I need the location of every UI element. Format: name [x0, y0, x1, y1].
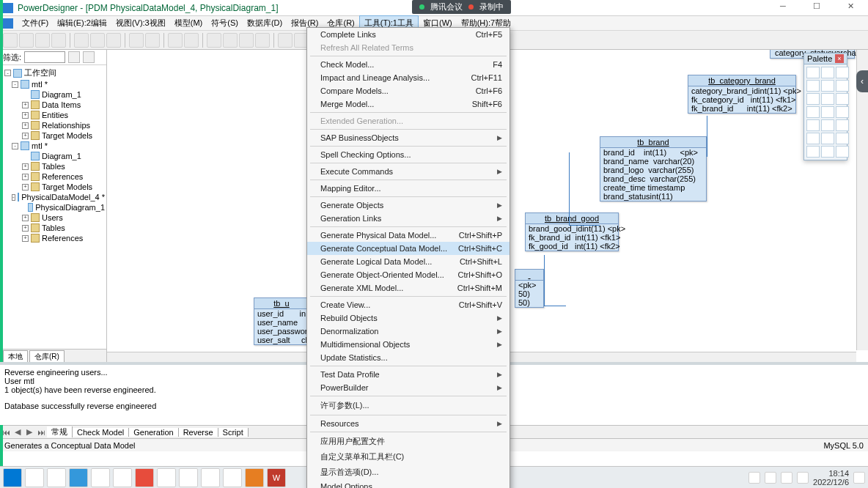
tool-find-icon[interactable]	[168, 33, 183, 48]
output-tab-check[interactable]: Check Model	[73, 428, 129, 437]
menu-item[interactable]: Generate Physical Data Model...Ctrl+Shif…	[307, 229, 510, 242]
output-tab-general[interactable]: 常规	[47, 426, 73, 437]
menu-item[interactable]: Check Model...F4	[307, 58, 510, 71]
tray-icon[interactable]	[781, 472, 792, 484]
menu-item[interactable]: Generate Logical Data Model...Ctrl+Shift…	[307, 255, 510, 268]
menu-item[interactable]: 显示首选项(D)...	[307, 465, 510, 480]
tree-node[interactable]: -mtl *	[1, 141, 105, 151]
palette-delete-icon[interactable]	[806, 93, 820, 105]
filter-options-icon[interactable]	[83, 51, 95, 63]
tree-node[interactable]: +References	[1, 233, 105, 243]
palette-line-icon[interactable]	[821, 133, 834, 144]
palette-ellipse-icon[interactable]	[821, 146, 834, 158]
expand-icon[interactable]: +	[22, 163, 29, 170]
palette-hand-icon[interactable]	[821, 67, 834, 78]
menu-item[interactable]: Execute Commands▶	[307, 165, 510, 178]
tool-save-icon[interactable]	[35, 33, 50, 48]
palette-fit-icon[interactable]	[821, 80, 834, 92]
palette-rect-icon[interactable]	[806, 146, 820, 158]
palette-close-icon[interactable]: ×	[835, 54, 844, 63]
menu-item[interactable]: Update Statistics...	[307, 351, 510, 364]
palette-zoomout-icon[interactable]	[806, 80, 820, 92]
start-button-icon[interactable]	[3, 468, 22, 487]
output-tab-reverse[interactable]: Reverse	[179, 428, 218, 437]
entity-tb-user[interactable]: tb_u user_id in user_name va user_passwo…	[254, 297, 309, 345]
tree-node[interactable]: Diagram_1	[1, 151, 105, 161]
menu-view[interactable]: 视图(V):3视图	[111, 16, 170, 30]
tool-c-icon[interactable]	[239, 33, 254, 48]
app4-icon[interactable]	[135, 468, 154, 487]
app5-icon[interactable]	[157, 468, 176, 487]
tree-node[interactable]: +Tables	[1, 161, 105, 171]
palette-edit-icon[interactable]	[836, 93, 849, 105]
tree-node[interactable]: +Data Items	[1, 100, 105, 110]
tab-local[interactable]: 本地	[3, 350, 28, 363]
menu-item[interactable]: Generate XML Model...Ctrl+Shift+M	[307, 281, 510, 295]
output-tab-script[interactable]: Script	[218, 428, 249, 437]
tool-copy-icon[interactable]	[90, 33, 105, 48]
menu-item[interactable]: Resources▶	[307, 417, 510, 430]
entity-tb-category-brand[interactable]: tb_category_brand category_brand_idint(1…	[688, 75, 796, 114]
tree-node[interactable]: +Tables	[1, 223, 105, 233]
tool-open-icon[interactable]	[19, 33, 34, 48]
tool-print-icon[interactable]	[51, 33, 66, 48]
tool-undo-icon[interactable]	[129, 33, 144, 48]
collapse-icon[interactable]: -	[12, 143, 18, 149]
palette-text-icon[interactable]	[836, 146, 849, 158]
menu-item[interactable]: Multidimensional Objects▶	[307, 338, 510, 351]
app10-icon[interactable]: W	[267, 468, 286, 487]
menu-item[interactable]: Generate Conceptual Data Model...Ctrl+Sh…	[307, 242, 510, 255]
tree-node[interactable]: +Target Models	[1, 130, 105, 141]
tree-node[interactable]: +Relationships	[1, 120, 105, 130]
expand-icon[interactable]: +	[22, 215, 29, 221]
palette-zoom-icon[interactable]	[836, 67, 849, 78]
palette-package-icon[interactable]	[806, 119, 820, 131]
expand-icon[interactable]: +	[22, 174, 29, 180]
collapse-icon[interactable]: -	[12, 194, 15, 201]
entity-fragment-1[interactable]: <pk> 50) 50)	[515, 269, 544, 308]
menu-item[interactable]: Generate Object-Oriented Model...Ctrl+Sh…	[307, 268, 510, 281]
palette-grid-icon[interactable]	[836, 80, 849, 92]
app9-icon[interactable]	[245, 468, 264, 487]
entity-tb-brand[interactable]: tb_brand brand_id int(11) <pk> brand_nam…	[600, 136, 707, 202]
tree-node[interactable]: +Users	[1, 212, 105, 223]
menu-model[interactable]: 模型(M)	[170, 16, 207, 30]
expand-icon[interactable]: +	[22, 112, 29, 119]
tool-d-icon[interactable]	[255, 33, 270, 48]
filter-input[interactable]	[24, 51, 65, 63]
menu-item[interactable]: Create View...Ctrl+Shift+V	[307, 298, 510, 311]
tool-cut-icon[interactable]	[74, 33, 89, 48]
model-tree[interactable]: -工作空间-mtl *Diagram_1+Data Items+Entities…	[0, 65, 106, 349]
tool-text-icon[interactable]	[184, 33, 199, 48]
expand-icon[interactable]: +	[22, 184, 29, 191]
menu-item[interactable]: Rebuild Objects▶	[307, 311, 510, 325]
app7-icon[interactable]	[201, 468, 220, 487]
menu-item[interactable]: Mapping Editor...	[307, 182, 510, 195]
output-nav-next-icon[interactable]: ▶	[23, 427, 35, 437]
tool-paste-icon[interactable]	[106, 33, 121, 48]
menu-edit[interactable]: 编辑(E):2编辑	[53, 16, 111, 30]
tree-node[interactable]: +References	[1, 171, 105, 182]
menu-symbol[interactable]: 符号(S)	[207, 16, 243, 30]
tree-node[interactable]: PhysicalDiagram_1	[1, 202, 105, 212]
close-button[interactable]: ✕	[836, 1, 865, 15]
menu-item[interactable]: 应用用户配置文件	[307, 434, 510, 449]
palette-view-icon[interactable]	[821, 106, 834, 118]
tree-node[interactable]: Diagram_1	[1, 89, 105, 100]
output-tab-generation[interactable]: Generation	[129, 428, 178, 437]
tree-node[interactable]: -mtl *	[1, 79, 105, 89]
app2-icon[interactable]	[91, 468, 110, 487]
tree-node[interactable]: +Entities	[1, 110, 105, 120]
menu-item[interactable]: Model Options...	[307, 480, 510, 488]
expand-icon[interactable]: +	[22, 225, 29, 232]
tray-icon[interactable]	[749, 472, 760, 484]
palette-panel[interactable]: Palette ×	[803, 53, 847, 160]
maximize-button[interactable]: ☐	[802, 1, 831, 15]
app8-icon[interactable]	[223, 468, 242, 487]
expand-icon[interactable]: +	[22, 133, 29, 139]
menu-database[interactable]: 数据库(D)	[243, 16, 287, 30]
tool-e-icon[interactable]	[278, 33, 293, 48]
palette-table-icon[interactable]	[806, 106, 820, 118]
tool-new-icon[interactable]	[3, 33, 18, 48]
palette-note-icon[interactable]	[836, 119, 849, 131]
